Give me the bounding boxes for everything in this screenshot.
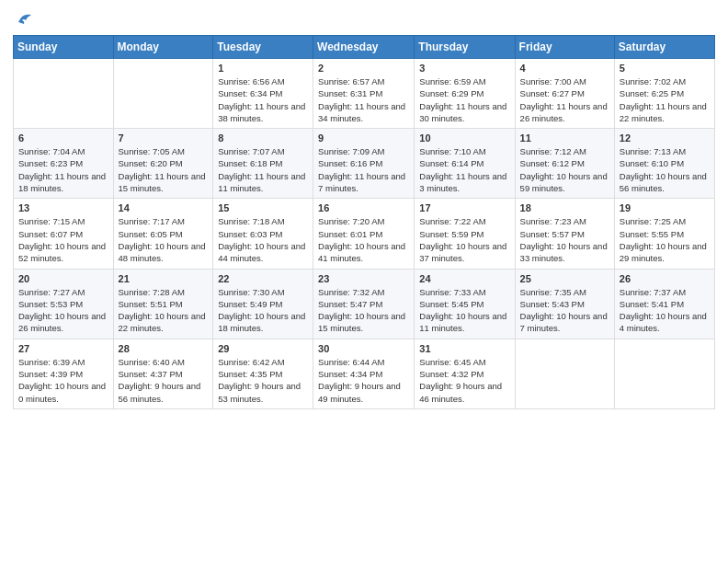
day-number: 8 [218,132,308,144]
day-of-week-wednesday: Wednesday [313,36,415,59]
calendar-header-row: SundayMondayTuesdayWednesdayThursdayFrid… [14,36,715,59]
calendar-cell: 25Sunrise: 7:35 AM Sunset: 5:43 PM Dayli… [515,269,614,339]
day-number: 29 [218,343,308,354]
day-number: 21 [119,273,209,284]
day-number: 22 [218,273,308,284]
day-info: Sunrise: 7:05 AM Sunset: 6:20 PM Dayligh… [119,145,209,194]
calendar-cell: 12Sunrise: 7:13 AM Sunset: 6:10 PM Dayli… [614,129,714,199]
calendar-cell: 7Sunrise: 7:05 AM Sunset: 6:20 PM Daylig… [113,129,213,199]
calendar-cell: 10Sunrise: 7:10 AM Sunset: 6:14 PM Dayli… [415,129,515,199]
day-number: 26 [620,273,710,284]
day-number: 12 [620,132,710,144]
day-number: 25 [520,273,609,284]
day-number: 31 [419,343,509,354]
day-info: Sunrise: 7:20 AM Sunset: 6:01 PM Dayligh… [318,215,409,264]
day-number: 30 [318,343,409,354]
day-number: 28 [119,343,209,354]
day-info: Sunrise: 7:35 AM Sunset: 5:43 PM Dayligh… [520,286,609,335]
day-info: Sunrise: 6:45 AM Sunset: 4:32 PM Dayligh… [419,356,509,405]
calendar-cell: 15Sunrise: 7:18 AM Sunset: 6:03 PM Dayli… [213,199,313,269]
calendar-cell: 13Sunrise: 7:15 AM Sunset: 6:07 PM Dayli… [14,199,114,269]
day-number: 20 [18,273,108,284]
calendar-cell: 19Sunrise: 7:25 AM Sunset: 5:55 PM Dayli… [614,199,714,269]
day-info: Sunrise: 7:09 AM Sunset: 6:16 PM Dayligh… [318,145,409,194]
calendar-cell: 2Sunrise: 6:57 AM Sunset: 6:31 PM Daylig… [313,59,415,129]
day-of-week-saturday: Saturday [614,36,714,59]
day-number: 16 [318,202,409,213]
day-info: Sunrise: 7:33 AM Sunset: 5:45 PM Dayligh… [419,286,509,335]
calendar-week-row: 1Sunrise: 6:56 AM Sunset: 6:34 PM Daylig… [14,59,715,129]
calendar-cell: 8Sunrise: 7:07 AM Sunset: 6:18 PM Daylig… [213,129,313,199]
day-info: Sunrise: 7:27 AM Sunset: 5:53 PM Dayligh… [18,286,108,335]
calendar-cell: 5Sunrise: 7:02 AM Sunset: 6:25 PM Daylig… [614,59,714,129]
calendar-cell: 14Sunrise: 7:17 AM Sunset: 6:05 PM Dayli… [113,199,213,269]
day-number: 10 [419,132,509,144]
day-info: Sunrise: 7:02 AM Sunset: 6:25 PM Dayligh… [620,75,710,124]
calendar-week-row: 6Sunrise: 7:04 AM Sunset: 6:23 PM Daylig… [14,129,715,199]
day-info: Sunrise: 6:44 AM Sunset: 4:34 PM Dayligh… [318,356,409,405]
day-info: Sunrise: 7:18 AM Sunset: 6:03 PM Dayligh… [218,215,308,264]
calendar-cell: 18Sunrise: 7:23 AM Sunset: 5:57 PM Dayli… [515,199,614,269]
day-number: 13 [18,202,108,213]
day-info: Sunrise: 6:42 AM Sunset: 4:35 PM Dayligh… [218,356,308,405]
day-number: 24 [419,273,509,284]
day-info: Sunrise: 7:10 AM Sunset: 6:14 PM Dayligh… [419,145,509,194]
day-info: Sunrise: 7:32 AM Sunset: 5:47 PM Dayligh… [318,286,409,335]
calendar-cell: 1Sunrise: 6:56 AM Sunset: 6:34 PM Daylig… [213,59,313,129]
calendar-cell [614,339,714,408]
calendar-cell: 27Sunrise: 6:39 AM Sunset: 4:39 PM Dayli… [14,339,114,408]
calendar-cell: 29Sunrise: 6:42 AM Sunset: 4:35 PM Dayli… [213,339,313,408]
calendar-cell: 11Sunrise: 7:12 AM Sunset: 6:12 PM Dayli… [515,129,614,199]
header [13,9,715,29]
day-info: Sunrise: 7:12 AM Sunset: 6:12 PM Dayligh… [520,145,609,194]
day-number: 14 [119,202,209,213]
day-of-week-friday: Friday [515,36,614,59]
day-of-week-tuesday: Tuesday [213,36,313,59]
day-info: Sunrise: 7:28 AM Sunset: 5:51 PM Dayligh… [119,286,209,335]
day-info: Sunrise: 7:15 AM Sunset: 6:07 PM Dayligh… [18,215,108,264]
day-info: Sunrise: 7:00 AM Sunset: 6:27 PM Dayligh… [520,75,609,124]
calendar-week-row: 13Sunrise: 7:15 AM Sunset: 6:07 PM Dayli… [14,199,715,269]
day-number: 9 [318,132,409,144]
day-of-week-monday: Monday [113,36,213,59]
day-number: 3 [419,63,509,74]
day-info: Sunrise: 7:17 AM Sunset: 6:05 PM Dayligh… [119,215,209,264]
calendar-cell: 30Sunrise: 6:44 AM Sunset: 4:34 PM Dayli… [313,339,415,408]
calendar-cell: 28Sunrise: 6:40 AM Sunset: 4:37 PM Dayli… [113,339,213,408]
calendar-cell: 4Sunrise: 7:00 AM Sunset: 6:27 PM Daylig… [515,59,614,129]
logo [13,9,35,29]
calendar-cell: 22Sunrise: 7:30 AM Sunset: 5:49 PM Dayli… [213,269,313,339]
day-number: 4 [520,63,609,74]
day-number: 27 [18,343,108,354]
calendar-cell [515,339,614,408]
day-info: Sunrise: 6:57 AM Sunset: 6:31 PM Dayligh… [318,75,409,124]
day-number: 17 [419,202,509,213]
day-info: Sunrise: 6:39 AM Sunset: 4:39 PM Dayligh… [18,356,108,405]
day-number: 1 [218,63,308,74]
day-number: 19 [620,202,710,213]
calendar-cell: 3Sunrise: 6:59 AM Sunset: 6:29 PM Daylig… [415,59,515,129]
day-info: Sunrise: 7:07 AM Sunset: 6:18 PM Dayligh… [218,145,308,194]
calendar-cell [14,59,114,129]
calendar-cell: 17Sunrise: 7:22 AM Sunset: 5:59 PM Dayli… [415,199,515,269]
day-number: 7 [119,132,209,144]
day-of-week-sunday: Sunday [14,36,114,59]
calendar-week-row: 20Sunrise: 7:27 AM Sunset: 5:53 PM Dayli… [14,269,715,339]
calendar-cell: 26Sunrise: 7:37 AM Sunset: 5:41 PM Dayli… [614,269,714,339]
day-info: Sunrise: 7:13 AM Sunset: 6:10 PM Dayligh… [620,145,710,194]
day-number: 18 [520,202,609,213]
day-info: Sunrise: 7:22 AM Sunset: 5:59 PM Dayligh… [419,215,509,264]
calendar-table: SundayMondayTuesdayWednesdayThursdayFrid… [13,35,715,409]
calendar-cell: 16Sunrise: 7:20 AM Sunset: 6:01 PM Dayli… [313,199,415,269]
day-number: 11 [520,132,609,144]
calendar-cell: 6Sunrise: 7:04 AM Sunset: 6:23 PM Daylig… [14,129,114,199]
calendar-cell: 20Sunrise: 7:27 AM Sunset: 5:53 PM Dayli… [14,269,114,339]
calendar-cell: 23Sunrise: 7:32 AM Sunset: 5:47 PM Dayli… [313,269,415,339]
day-number: 2 [318,63,409,74]
day-info: Sunrise: 7:25 AM Sunset: 5:55 PM Dayligh… [620,215,710,264]
calendar-cell: 31Sunrise: 6:45 AM Sunset: 4:32 PM Dayli… [415,339,515,408]
calendar-cell: 24Sunrise: 7:33 AM Sunset: 5:45 PM Dayli… [415,269,515,339]
calendar-cell [113,59,213,129]
day-info: Sunrise: 7:37 AM Sunset: 5:41 PM Dayligh… [620,286,710,335]
calendar-week-row: 27Sunrise: 6:39 AM Sunset: 4:39 PM Dayli… [14,339,715,408]
